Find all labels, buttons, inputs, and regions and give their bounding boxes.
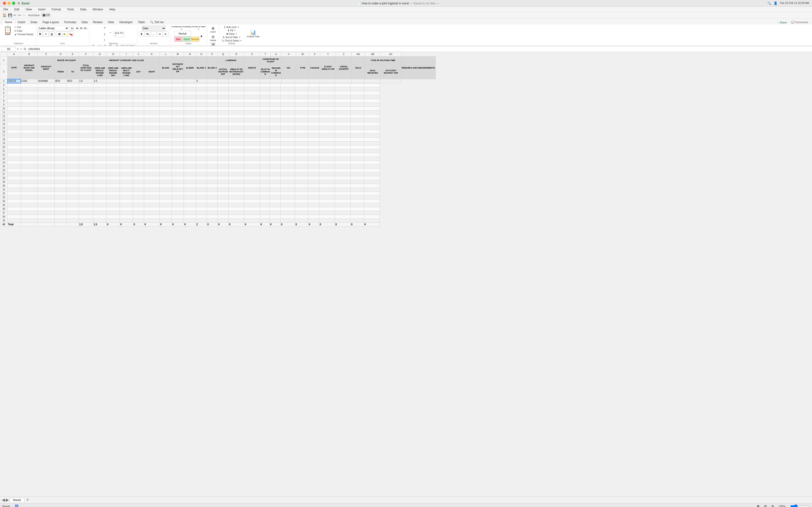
cell-28-28[interactable] — [364, 176, 379, 180]
cell-14-12[interactable] — [160, 122, 172, 126]
cell-26-21[interactable] — [270, 168, 281, 172]
cell-14-13[interactable] — [172, 122, 184, 126]
cell-15-9[interactable] — [120, 126, 133, 130]
cell-37-9[interactable] — [120, 211, 133, 215]
cell-35-5[interactable] — [67, 203, 79, 207]
cell-29-22[interactable] — [281, 180, 295, 184]
cell-25-4[interactable] — [55, 164, 67, 168]
cell-9-13[interactable] — [172, 103, 184, 107]
cell-15-7[interactable] — [93, 126, 107, 130]
cell-24-1[interactable] — [7, 161, 21, 164]
cell-19-1[interactable] — [7, 141, 21, 145]
cell-8-22[interactable] — [281, 99, 295, 103]
cell-24-3[interactable] — [38, 161, 55, 164]
cell-34-6[interactable] — [79, 199, 93, 203]
cell-5-26[interactable] — [335, 87, 351, 91]
cell-20-14[interactable] — [184, 145, 196, 149]
cell-21-13[interactable] — [172, 149, 184, 153]
col-header-E[interactable]: E — [67, 52, 79, 56]
cell-35-16[interactable] — [207, 203, 218, 207]
cell-5-3[interactable] — [38, 87, 55, 91]
cell-33-4[interactable] — [55, 195, 67, 199]
cell-32-23[interactable] — [295, 191, 308, 195]
cell-23-23[interactable] — [295, 157, 308, 161]
cell-22-11[interactable] — [144, 153, 160, 157]
cell-32-7[interactable] — [93, 191, 107, 195]
cell-20-23[interactable] — [295, 145, 308, 149]
cell-32-13[interactable] — [172, 191, 184, 195]
view-page-break-button[interactable]: ▧ — [771, 505, 774, 507]
cell-30-28[interactable] — [364, 184, 379, 187]
find-select-button[interactable]: 🔍 Find & Select ▼ — [221, 39, 243, 42]
cell-21-17[interactable] — [218, 149, 229, 153]
cell-10-18[interactable] — [229, 107, 244, 110]
cell-23-17[interactable] — [218, 157, 229, 161]
cell-22-26[interactable] — [335, 153, 351, 157]
cell-10-21[interactable] — [270, 107, 281, 110]
cell-16-19[interactable] — [244, 130, 260, 133]
cell-T3[interactable] — [260, 79, 271, 83]
cell-33-6[interactable] — [79, 195, 93, 199]
cell-7-25[interactable] — [319, 95, 335, 99]
cell-20-10[interactable] — [133, 145, 144, 149]
cell-22-9[interactable] — [120, 153, 133, 157]
cell-V3[interactable] — [282, 79, 296, 83]
cell-27-5[interactable] — [67, 172, 79, 176]
cell-39-8[interactable] — [107, 219, 120, 222]
cell-32-5[interactable] — [67, 191, 79, 195]
cell-6-27[interactable] — [351, 91, 364, 95]
cell-30-13[interactable] — [172, 184, 184, 187]
cell-7-9[interactable] — [120, 95, 133, 99]
cell-38-16[interactable] — [207, 215, 218, 219]
cell-12-20[interactable] — [260, 114, 270, 118]
menu-view[interactable]: View — [24, 7, 33, 11]
cell-13-6[interactable] — [79, 118, 93, 122]
cell-21-4[interactable] — [55, 149, 67, 153]
formula-input[interactable] — [27, 47, 811, 51]
cell-5-4[interactable] — [55, 87, 67, 91]
cell-6-14[interactable] — [184, 91, 196, 95]
cell-37-11[interactable] — [144, 211, 160, 215]
cell-38-28[interactable] — [364, 215, 379, 219]
cell-30-21[interactable] — [270, 184, 281, 187]
cell-26-1[interactable] — [7, 168, 21, 172]
cell-27-10[interactable] — [133, 172, 144, 176]
cell-21-20[interactable] — [260, 149, 270, 153]
cell-10-17[interactable] — [218, 107, 229, 110]
cell-12-26[interactable] — [335, 114, 351, 118]
cell-39-17[interactable] — [218, 219, 229, 222]
cell-22-17[interactable] — [218, 153, 229, 157]
fill-color-button[interactable]: A▄ — [62, 32, 68, 37]
cell-26-15[interactable] — [196, 168, 207, 172]
cell-12-24[interactable] — [308, 114, 319, 118]
cell-35-27[interactable] — [351, 203, 364, 207]
cell-23-10[interactable] — [133, 157, 144, 161]
cell-4-14[interactable] — [184, 83, 196, 87]
cell-8-1[interactable] — [7, 99, 21, 103]
zoom-slider[interactable] — [790, 504, 810, 507]
cell-34-21[interactable] — [270, 199, 281, 203]
cell-7-3[interactable] — [38, 95, 55, 99]
cell-4-9[interactable] — [120, 83, 133, 87]
cell-Q3[interactable] — [218, 79, 229, 83]
cell-39-21[interactable] — [270, 219, 281, 222]
cell-38-5[interactable] — [67, 215, 79, 219]
cell-17-24[interactable] — [308, 133, 319, 137]
cell-16-15[interactable] — [196, 130, 207, 133]
cell-26-18[interactable] — [229, 168, 244, 172]
cell-27-11[interactable] — [144, 172, 160, 176]
cell-36-10[interactable] — [133, 207, 144, 211]
tab-draw[interactable]: Draw — [28, 20, 40, 24]
cell-7-19[interactable] — [244, 95, 260, 99]
cell-33-24[interactable] — [308, 195, 319, 199]
cell-35-4[interactable] — [55, 203, 67, 207]
cell-13-25[interactable] — [319, 118, 335, 122]
cell-34-25[interactable] — [319, 199, 335, 203]
cell-6-17[interactable] — [218, 91, 229, 95]
cell-R3[interactable] — [229, 79, 244, 83]
wrap-text-button[interactable]: Wrap Text ▼ — [114, 31, 125, 37]
cell-7-21[interactable] — [270, 95, 281, 99]
formula-expand-icon[interactable]: × — [17, 47, 19, 51]
cell-31-11[interactable] — [144, 187, 160, 191]
cell-34-13[interactable] — [172, 199, 184, 203]
